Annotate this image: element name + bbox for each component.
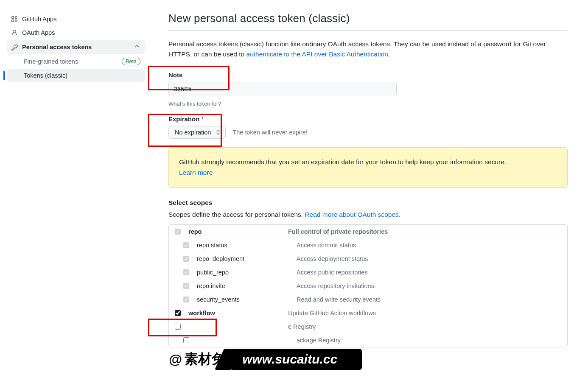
scopes-heading: Select scopes xyxy=(168,199,568,207)
sidebar-sublist: Fine-grained tokens Beta Tokens (classic… xyxy=(3,55,148,82)
person-icon xyxy=(11,29,18,36)
scopes-subtext: Scopes define the access for personal to… xyxy=(168,211,568,218)
scope-checkbox-packages[interactable] xyxy=(175,324,181,330)
warning-learn-more-link[interactable]: Learn more xyxy=(179,169,213,176)
scope-checkbox[interactable] xyxy=(183,242,189,248)
sidebar-item-label: GitHub Apps xyxy=(22,16,56,22)
expiration-hint: The token will never expire! xyxy=(232,129,308,136)
note-group: Note What's this token for? xyxy=(168,71,568,107)
sidebar-item-github-apps[interactable]: GitHub Apps xyxy=(7,13,145,25)
expiration-label: Expiration * xyxy=(168,115,568,123)
scopes-learn-link[interactable]: Read more about OAuth scopes. xyxy=(305,211,400,218)
scope-row-packages-child: ackage Registry xyxy=(169,333,567,347)
intro-text: Personal access tokens (classic) functio… xyxy=(168,39,568,59)
scope-row-repo-status: repo:status Access commit status xyxy=(169,238,567,252)
select-arrows-icon xyxy=(215,129,221,135)
scope-checkbox[interactable] xyxy=(183,297,189,302)
scope-row-packages: e Registry xyxy=(169,320,567,333)
settings-sidebar: GitHub Apps OAuth Apps Personal access t… xyxy=(0,0,148,389)
apps-icon xyxy=(11,16,18,22)
scope-row-repo-invite: repo:invite Access repository invitation… xyxy=(169,279,567,293)
sidebar-item-oauth-apps[interactable]: OAuth Apps xyxy=(7,26,145,39)
beta-badge: Beta xyxy=(122,58,140,65)
page-title: New personal access token (classic) xyxy=(168,12,568,31)
scope-row-security-events: security_events Read and write security … xyxy=(169,293,567,306)
expiration-group: Expiration * No expiration The token wil… xyxy=(168,115,568,139)
scope-checkbox[interactable] xyxy=(183,337,189,343)
expiration-warning: GitHub strongly recommends that you set … xyxy=(168,147,568,188)
key-icon xyxy=(11,44,18,50)
sidebar-subitem-fine-grained[interactable]: Fine-grained tokens Beta xyxy=(7,55,145,68)
note-helper: What's this token for? xyxy=(168,101,568,107)
expiration-value: No expiration xyxy=(175,129,211,136)
sidebar-item-label: OAuth Apps xyxy=(22,29,55,36)
scope-row-public-repo: public_repo Access public repositories xyxy=(169,266,567,279)
scope-row-repo: repo Full control of private repositorie… xyxy=(169,225,567,238)
chevron-up-icon xyxy=(134,43,140,51)
main-content: New personal access token (classic) Pers… xyxy=(148,0,588,389)
note-input[interactable] xyxy=(168,82,397,96)
basic-auth-link[interactable]: authenticate to the API over Basic Authe… xyxy=(246,50,388,58)
sidebar-item-label: Personal access tokens xyxy=(22,44,92,50)
scope-row-repo-deployment: repo_deployment Access deployment status xyxy=(169,252,567,266)
sidebar-subitem-label: Tokens (classic) xyxy=(24,72,67,79)
sidebar-subitem-tokens-classic[interactable]: Tokens (classic) xyxy=(7,69,145,82)
scope-checkbox-workflow[interactable] xyxy=(175,310,181,316)
scope-checkbox[interactable] xyxy=(183,256,189,262)
sidebar-item-personal-access-tokens[interactable]: Personal access tokens xyxy=(7,40,145,54)
scope-checkbox[interactable] xyxy=(183,269,189,275)
expiration-select[interactable]: No expiration xyxy=(168,126,226,139)
sidebar-subitem-label: Fine-grained tokens xyxy=(24,58,78,65)
scope-checkbox-repo[interactable] xyxy=(175,229,181,235)
note-label: Note xyxy=(168,71,568,78)
scopes-table: repo Full control of private repositorie… xyxy=(168,224,568,347)
scope-checkbox[interactable] xyxy=(183,283,189,289)
scope-row-workflow: workflow Update GitHub Action workflows xyxy=(169,306,567,320)
